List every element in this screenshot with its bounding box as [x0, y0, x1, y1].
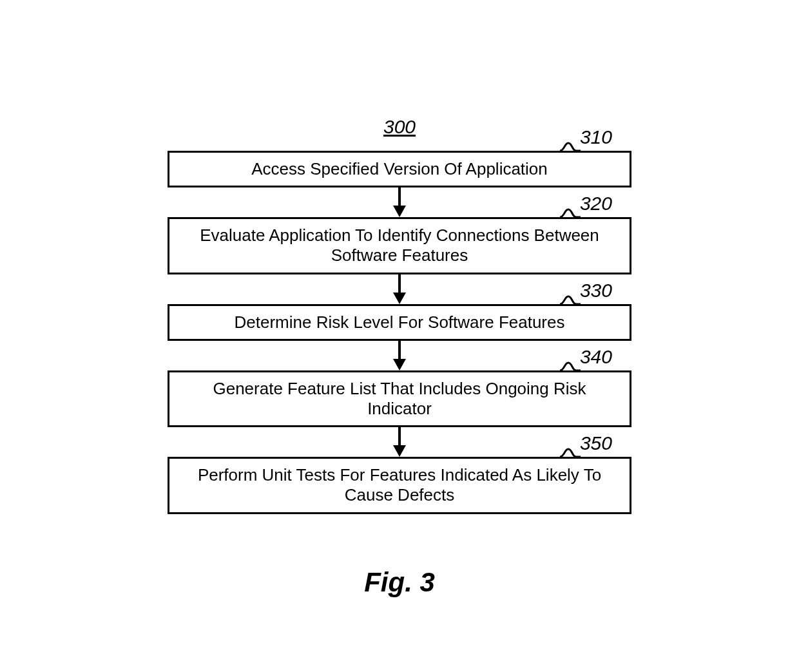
step-box: Perform Unit Tests For Features Indicate…: [168, 457, 631, 514]
arrow-down-icon: [392, 187, 407, 217]
arrow-down-icon: [392, 341, 407, 370]
step-350: 350 Perform Unit Tests For Features Indi…: [168, 457, 631, 514]
svg-marker-1: [393, 206, 406, 217]
svg-marker-5: [393, 359, 406, 370]
ref-label: 330: [580, 280, 612, 302]
arrow-down-icon: [392, 274, 407, 304]
ref-number: 320: [580, 193, 612, 214]
leader-line-icon: [559, 290, 581, 305]
ref-label: 310: [580, 126, 612, 148]
step-310: 310 Access Specified Version Of Applicat…: [168, 151, 631, 187]
step-box: Evaluate Application To Identify Connect…: [168, 217, 631, 274]
step-340: 340 Generate Feature List That Includes …: [168, 370, 631, 427]
leader-line-icon: [559, 356, 581, 372]
ref-label: 350: [580, 432, 612, 454]
step-box: Determine Risk Level For Software Featur…: [168, 304, 631, 341]
step-box: Access Specified Version Of Application: [168, 151, 631, 187]
page: 300 310 Access Specified Version Of Appl…: [0, 0, 799, 672]
ref-number: 310: [580, 126, 612, 148]
svg-marker-7: [393, 445, 406, 457]
diagram-number: 300: [168, 116, 631, 138]
ref-number: 350: [580, 432, 612, 454]
ref-label: 320: [580, 193, 612, 215]
step-320: 320 Evaluate Application To Identify Con…: [168, 217, 631, 274]
svg-marker-3: [393, 293, 406, 304]
leader-line-icon: [559, 443, 581, 458]
ref-label: 340: [580, 346, 612, 368]
ref-number: 340: [580, 346, 612, 367]
flowchart: 300 310 Access Specified Version Of Appl…: [168, 116, 631, 514]
arrow-down-icon: [392, 427, 407, 457]
step-box: Generate Feature List That Includes Ongo…: [168, 370, 631, 427]
figure-caption: Fig. 3: [0, 567, 799, 598]
leader-line-icon: [559, 137, 581, 152]
ref-number: 330: [580, 280, 612, 301]
step-330: 330 Determine Risk Level For Software Fe…: [168, 304, 631, 341]
leader-line-icon: [559, 203, 581, 218]
